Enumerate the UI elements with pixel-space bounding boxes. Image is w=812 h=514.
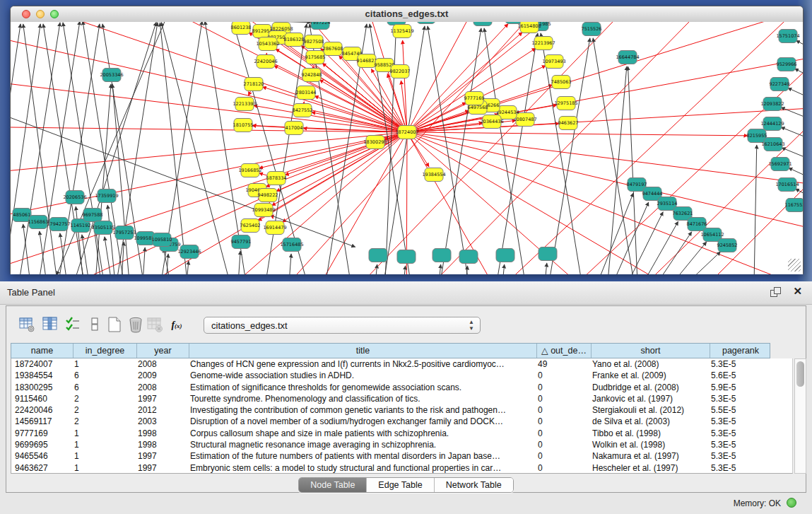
function-builder-button[interactable]: f(x) bbox=[167, 316, 186, 334]
graph-node[interactable]: 10719135 bbox=[471, 22, 494, 26]
table-row[interactable]: 1938455462009Genome-wide association stu… bbox=[11, 370, 792, 381]
graph-node[interactable]: 16644784 bbox=[616, 51, 639, 64]
column-header-year[interactable]: year bbox=[137, 344, 189, 358]
graph-node[interactable]: 17957253 bbox=[112, 226, 136, 240]
table-row[interactable]: 977716911998Corpus callosum shape and si… bbox=[11, 428, 792, 439]
graph-node[interactable]: 1167553 bbox=[785, 199, 803, 212]
network-window-titlebar[interactable]: citations_edges.txt bbox=[11, 6, 803, 23]
window-resize-grip[interactable] bbox=[788, 259, 801, 271]
scrollbar-thumb[interactable] bbox=[796, 361, 804, 387]
graph-node[interactable]: 18300295 bbox=[363, 136, 387, 149]
graph-node[interactable]: 9245852 bbox=[717, 239, 738, 252]
graph-node[interactable]: 12923446 bbox=[177, 245, 201, 259]
delete-table-button[interactable] bbox=[126, 316, 145, 334]
graph-node[interactable]: 15716485 bbox=[280, 238, 303, 252]
table-row[interactable]: 946362711997Embryonic stem cells: a mode… bbox=[11, 462, 792, 474]
graph-node[interactable]: 16210643 bbox=[761, 138, 784, 151]
column-header-in_degree[interactable]: in_degree bbox=[73, 344, 137, 358]
graph-node[interactable]: 8427552 bbox=[293, 104, 313, 117]
graph-node[interactable]: 18724007 bbox=[395, 126, 418, 139]
graph-node[interactable]: 9498222 bbox=[258, 189, 278, 202]
graph-node[interactable]: 9827508 bbox=[304, 35, 324, 49]
graph-node[interactable]: 20206536 bbox=[63, 191, 86, 204]
graph-node[interactable]: 9242848 bbox=[302, 69, 322, 82]
table-row[interactable]: 911546021997Tourette syndrome. Phenomeno… bbox=[11, 393, 792, 404]
graph-node[interactable]: 22420046 bbox=[254, 55, 277, 69]
graph-node[interactable]: 8186328 bbox=[284, 33, 305, 47]
table-row[interactable]: 969969511998Structural magnetic resonanc… bbox=[11, 439, 792, 450]
column-header-name[interactable]: name bbox=[11, 344, 73, 358]
float-window-icon[interactable] bbox=[770, 287, 781, 298]
graph-node[interactable]: 1095810 bbox=[152, 233, 172, 247]
table-row[interactable]: 2242004622012Investigating the contribut… bbox=[11, 404, 792, 416]
graph-node[interactable]: 16154808 bbox=[517, 22, 541, 33]
table-row[interactable]: 1830029562008Estimation of significance … bbox=[11, 382, 792, 393]
graph-node[interactable]: 9463627 bbox=[558, 117, 579, 130]
graph-node[interactable]: 7957224 bbox=[310, 22, 331, 30]
graph-node[interactable]: 7515526 bbox=[582, 23, 602, 36]
graph-node[interactable]: 2867608 bbox=[323, 42, 343, 56]
graph-node[interactable]: 20053346 bbox=[100, 69, 123, 82]
show-columns-button[interactable] bbox=[41, 316, 59, 334]
column-header-title[interactable]: title bbox=[189, 344, 537, 358]
graph-node[interactable] bbox=[369, 249, 387, 262]
graph-node[interactable]: 10543362 bbox=[256, 37, 279, 51]
graph-node[interactable]: 13505135 bbox=[91, 221, 114, 235]
table-row[interactable]: 1456911722003Disruption of a novel membe… bbox=[11, 416, 792, 427]
graph-node[interactable]: 9822037 bbox=[390, 65, 411, 78]
graph-node[interactable]: 8601238 bbox=[231, 22, 252, 35]
graph-node[interactable]: 12093822 bbox=[760, 98, 784, 111]
table-mode-button[interactable] bbox=[18, 316, 36, 334]
graph-node[interactable]: 9227349 bbox=[770, 78, 790, 91]
graph-node[interactable]: 7625402 bbox=[240, 219, 261, 233]
column-header-out_de[interactable]: △ out_de… bbox=[537, 344, 592, 358]
vertical-scrollbar[interactable] bbox=[794, 358, 806, 474]
graph-node[interactable]: 9466162 bbox=[416, 22, 437, 24]
graph-node[interactable]: 9175685 bbox=[305, 51, 326, 64]
graph-node[interactable] bbox=[539, 247, 557, 261]
graph-node[interactable]: 20364436 bbox=[480, 115, 503, 129]
graph-node[interactable]: 12975185 bbox=[554, 97, 577, 110]
graph-node[interactable] bbox=[397, 250, 416, 264]
tab-network-table[interactable]: Network Table bbox=[435, 478, 513, 492]
select-rows-button[interactable] bbox=[64, 316, 82, 334]
table-row[interactable]: 1872400712008Changes of HCN gene express… bbox=[11, 358, 792, 370]
table-select[interactable]: citations_edges.txt ▲▼ bbox=[204, 317, 481, 334]
close-icon[interactable]: ✕ bbox=[793, 285, 802, 298]
graph-node[interactable]: 17942757 bbox=[47, 218, 70, 231]
tab-edge-table[interactable]: Edge Table bbox=[367, 478, 434, 492]
graph-node[interactable]: 1810755 bbox=[233, 119, 254, 132]
graph-node[interactable] bbox=[496, 249, 514, 262]
graph-node[interactable]: 9457791 bbox=[231, 235, 252, 249]
column-header-short[interactable]: short bbox=[592, 344, 710, 358]
memory-status-indicator[interactable] bbox=[787, 498, 796, 508]
delete-column-button[interactable] bbox=[146, 316, 164, 334]
graph-node[interactable]: 2718120 bbox=[244, 78, 264, 91]
graph-node[interactable]: 2803144 bbox=[296, 86, 317, 100]
graph-node[interactable] bbox=[459, 250, 478, 264]
graph-node[interactable]: 19166852 bbox=[238, 164, 261, 177]
graph-node[interactable]: 1156863 bbox=[28, 216, 49, 229]
graph-node[interactable]: 7485063 bbox=[551, 76, 572, 89]
graph-node[interactable]: 17359919 bbox=[95, 189, 118, 203]
row-height-button[interactable] bbox=[86, 316, 104, 334]
new-table-button[interactable] bbox=[105, 316, 124, 334]
graph-node[interactable]: 19384554 bbox=[422, 168, 445, 182]
graph-node[interactable]: 16914479 bbox=[263, 221, 286, 235]
graph-node[interactable]: 5878334 bbox=[266, 172, 287, 185]
table-row[interactable]: 946554611997Estimation of the future num… bbox=[11, 450, 792, 462]
column-header-pagerank[interactable]: pagerank bbox=[710, 344, 771, 358]
graph-node[interactable]: 12213393 bbox=[233, 98, 256, 111]
graph-node[interactable]: 9529966 bbox=[777, 58, 797, 71]
graph-node[interactable]: 11325419 bbox=[390, 25, 413, 38]
graph-node[interactable] bbox=[433, 249, 451, 262]
graph-node[interactable]: 417004 bbox=[285, 122, 303, 135]
graph-node[interactable]: 9777169 bbox=[464, 92, 485, 105]
graph-node[interactable]: 12213967 bbox=[531, 37, 555, 50]
graph-node[interactable]: 10973493 bbox=[542, 55, 565, 69]
graph-node[interactable]: 12444129 bbox=[760, 117, 784, 131]
graph-node[interactable]: 15751074 bbox=[776, 30, 799, 43]
graph-node[interactable]: 15692971 bbox=[768, 158, 792, 171]
network-canvas[interactable]: 2405572946554696996959115460145691172069… bbox=[11, 22, 803, 274]
tab-node-table[interactable]: Node Table bbox=[299, 478, 367, 492]
